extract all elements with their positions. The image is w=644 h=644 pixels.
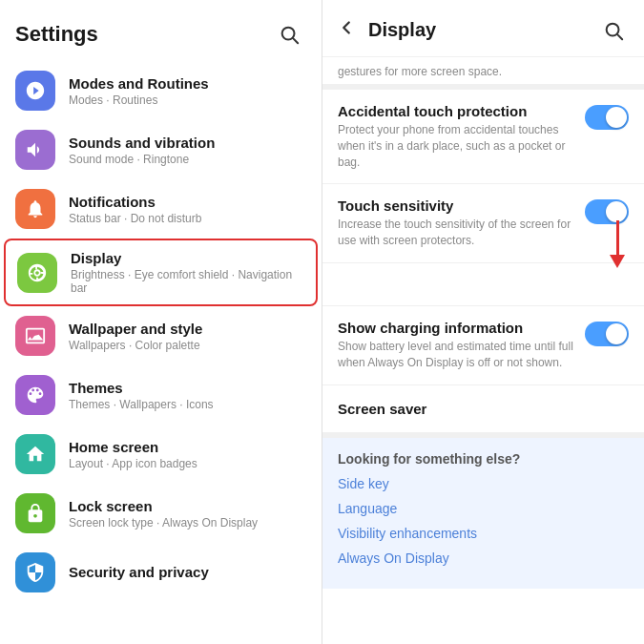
- themes-icon: [15, 375, 55, 415]
- show-charging-row: Show charging information Show battery l…: [322, 305, 644, 385]
- accidental-touch-title: Accidental touch protection: [338, 103, 575, 119]
- sounds-title: Sounds and vibration: [69, 135, 306, 151]
- sidebar-item-themes[interactable]: Themes Themes · Wallpapers · Icons: [0, 365, 322, 425]
- svg-line-3: [617, 34, 622, 39]
- accidental-touch-toggle[interactable]: [585, 105, 629, 130]
- wallpaper-sub: Wallpapers · Color palette: [69, 339, 306, 352]
- visibility-link[interactable]: Visibility enhancements: [338, 526, 629, 541]
- language-link[interactable]: Language: [338, 501, 629, 516]
- right-search-button[interactable]: [598, 15, 629, 46]
- themes-sub: Themes · Wallpapers · Icons: [69, 398, 306, 411]
- sounds-icon: [15, 130, 55, 170]
- search-button[interactable]: [272, 17, 306, 52]
- screen-saver-label: Screen saver: [338, 401, 426, 417]
- left-header: Settings: [0, 0, 322, 61]
- display-sub: Brightness · Eye comfort shield · Naviga…: [71, 268, 304, 295]
- security-icon: [15, 552, 55, 592]
- right-header: Display: [322, 0, 644, 57]
- touch-sensitivity-desc: Increase the touch sensitivity of the sc…: [338, 217, 575, 249]
- display-title: Display: [71, 250, 304, 266]
- touch-sensitivity-row: Touch sensitivity Increase the touch sen…: [322, 184, 644, 263]
- sidebar-item-wallpaper[interactable]: Wallpaper and style Wallpapers · Color p…: [0, 306, 322, 365]
- home-icon: [15, 434, 55, 474]
- looking-title: Looking for something else?: [338, 451, 629, 467]
- side-key-link[interactable]: Side key: [338, 476, 629, 491]
- notifications-title: Notifications: [69, 194, 306, 210]
- back-button[interactable]: [332, 13, 361, 47]
- right-content: gestures for more screen space. Accident…: [322, 57, 644, 644]
- lock-icon: [15, 493, 55, 533]
- sidebar-item-security[interactable]: Security and privacy: [0, 543, 322, 602]
- lock-title: Lock screen: [69, 498, 306, 514]
- modes-title: Modes and Routines: [69, 75, 306, 92]
- wallpaper-icon: [15, 316, 55, 356]
- screen-saver-row[interactable]: Screen saver: [322, 385, 644, 438]
- red-arrow-indicator: [610, 220, 625, 268]
- modes-sub: Modes · Routines: [69, 93, 306, 107]
- lock-sub: Screen lock type · Always On Display: [69, 516, 306, 530]
- sounds-sub: Sound mode · Ringtone: [69, 153, 306, 166]
- themes-title: Themes: [69, 380, 306, 396]
- sidebar-item-lock[interactable]: Lock screen Screen lock type · Always On…: [0, 484, 322, 543]
- svg-line-1: [293, 38, 298, 43]
- accidental-touch-desc: Protect your phone from accidental touch…: [338, 122, 575, 170]
- sidebar-item-notifications[interactable]: Notifications Status bar · Do not distur…: [0, 179, 322, 239]
- page-title: Settings: [15, 22, 98, 47]
- show-charging-desc: Show battery level and estimated time un…: [338, 339, 575, 371]
- settings-list: Modes and Routines Modes · Routines Soun…: [0, 61, 322, 602]
- right-panel: Display gestures for more screen space. …: [322, 0, 644, 644]
- looking-section: Looking for something else? Side key Lan…: [322, 438, 644, 589]
- right-panel-title: Display: [368, 19, 598, 41]
- display-icon: [17, 253, 57, 293]
- sidebar-item-modes[interactable]: Modes and Routines Modes · Routines: [0, 61, 322, 120]
- wallpaper-title: Wallpaper and style: [69, 321, 306, 337]
- left-panel: Settings Modes and Routines Modes · Rout…: [0, 0, 322, 644]
- sidebar-item-display[interactable]: Display Brightness · Eye comfort shield …: [4, 239, 318, 306]
- always-on-link[interactable]: Always On Display: [338, 551, 629, 566]
- touch-sensitivity-title: Touch sensitivity: [338, 197, 575, 214]
- sidebar-item-home[interactable]: Home screen Layout · App icon badges: [0, 425, 322, 484]
- sidebar-item-sounds[interactable]: Sounds and vibration Sound mode · Ringto…: [0, 120, 322, 179]
- security-title: Security and privacy: [69, 564, 306, 580]
- accidental-touch-row: Accidental touch protection Protect your…: [322, 90, 644, 184]
- home-sub: Layout · App icon badges: [69, 457, 306, 470]
- notifications-sub: Status bar · Do not disturb: [69, 212, 306, 225]
- gesture-hint: gestures for more screen space.: [322, 57, 644, 90]
- home-title: Home screen: [69, 439, 306, 455]
- show-charging-toggle[interactable]: [585, 322, 629, 346]
- show-charging-title: Show charging information: [338, 320, 575, 336]
- modes-icon: [15, 71, 55, 111]
- notifications-icon: [15, 189, 55, 229]
